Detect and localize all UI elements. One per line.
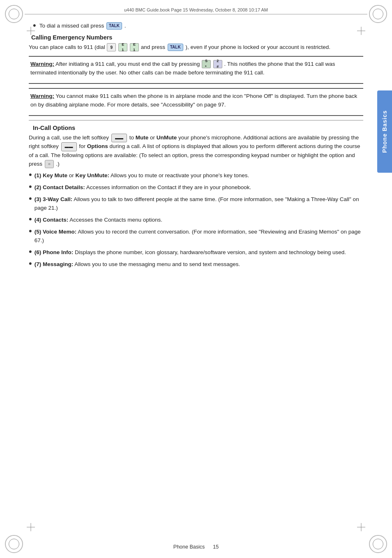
footer: Phone Basics 15: [0, 544, 392, 550]
end-key-s: S*: [202, 60, 211, 68]
end-key-2: 2#: [213, 60, 222, 68]
list-text: (6) Phone Info: Displays the phone numbe…: [35, 248, 346, 257]
bullet-missed-call: • To dial a missed call press TALK .: [29, 22, 363, 30]
talk-button-icon2: TALK: [168, 44, 183, 51]
incall-options-list: • (1) Key Mute or Key UnMute: Allows you…: [29, 171, 363, 269]
warning2-label: Warning:: [30, 93, 54, 99]
footer-label: Phone Basics: [173, 544, 205, 550]
list-text: (5) Voice Memo: Allows you to record the…: [35, 228, 363, 245]
bullet-dot: •: [33, 21, 36, 30]
side-tab: Phone Basics: [377, 90, 392, 173]
list-text: (4) Contacts: Accesses the Contacts menu…: [35, 216, 162, 225]
dial-key-1a: E1: [118, 43, 127, 51]
header-text: u440 BMC Guide.book Page 15 Wednesday, O…: [124, 7, 268, 12]
list-bullet: •: [29, 194, 32, 203]
list-bullet: •: [29, 227, 32, 236]
calling-emergency-heading: Calling Emergency Numbers: [29, 34, 363, 41]
warning1-label: Warning:: [30, 61, 54, 67]
page-header: u440 BMC Guide.book Page 15 Wednesday, O…: [25, 7, 367, 14]
footer-page-number: 15: [213, 544, 219, 550]
missed-call-text: To dial a missed call press TALK .: [39, 22, 126, 30]
list-bullet: •: [29, 182, 32, 191]
list-text: (7) Messaging: Allows you to use the mes…: [35, 260, 240, 269]
side-tab-label: Phone Basics: [381, 110, 388, 153]
page: u440 BMC Guide.book Page 15 Wednesday, O…: [0, 0, 392, 558]
corner-decoration-tr: [369, 5, 387, 23]
right-softkey-icon: ▬▬: [61, 142, 77, 151]
incall-heading: In-Call Options: [29, 125, 363, 131]
list-item: • (7) Messaging: Allows you to use the m…: [29, 260, 363, 269]
incall-paragraph: During a call, use the left softkey ▬▬ t…: [29, 134, 363, 169]
list-text: (1) Key Mute or Key UnMute: Allows you t…: [35, 171, 249, 180]
list-bullet: •: [29, 215, 32, 224]
list-text: (3) 3-Way Call: Allows you to talk to tw…: [35, 195, 363, 213]
list-bullet: •: [29, 259, 32, 268]
talk-button-icon: TALK: [106, 22, 122, 30]
divider: [29, 120, 363, 120]
warning2-paragraph: Warning: You cannot make 911 calls when …: [30, 92, 362, 109]
list-bullet: •: [29, 247, 32, 256]
list-item: • (4) Contacts: Accesses the Contacts me…: [29, 216, 363, 225]
list-item: • (6) Phone Info: Displays the phone num…: [29, 248, 363, 257]
emergency-paragraph: You can place calls to 911 (dial 9 E1 E1…: [29, 43, 363, 52]
list-item: • (5) Voice Memo: Allows you to record t…: [29, 228, 363, 245]
dial-key-1b: E1: [130, 43, 139, 51]
list-item: • (2) Contact Details: Accesses informat…: [29, 183, 363, 192]
warning-box-1: Warning: After initiating a 911 call, yo…: [29, 56, 363, 84]
main-content: • To dial a missed call press TALK . Cal…: [29, 21, 363, 533]
dial-key-9: 9: [107, 43, 116, 51]
left-softkey-icon: ▬▬: [111, 134, 127, 143]
warning-box-2: Warning: You cannot make 911 calls when …: [29, 88, 363, 116]
list-text: (2) Contact Details: Accesses informatio…: [35, 183, 251, 192]
corner-decoration-tl: [5, 5, 23, 23]
nav-center-icon: ○: [45, 160, 54, 168]
list-bullet: •: [29, 170, 32, 179]
warning1-paragraph: Warning: After initiating a 911 call, yo…: [30, 60, 362, 77]
list-item: • (1) Key Mute or Key UnMute: Allows you…: [29, 171, 363, 180]
list-item: • (3) 3-Way Call: Allows you to talk to …: [29, 195, 363, 213]
